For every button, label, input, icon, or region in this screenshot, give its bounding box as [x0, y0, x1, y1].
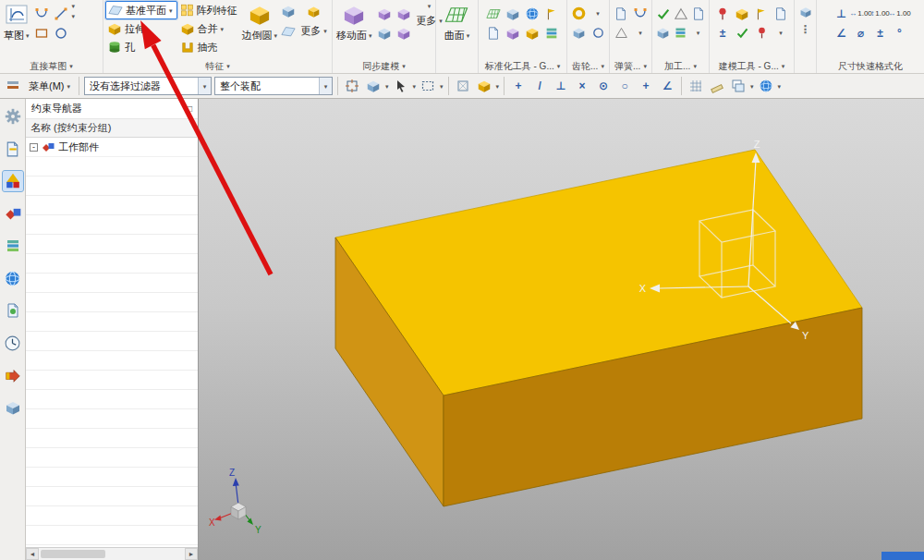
machining-tri-button[interactable] [673, 6, 689, 22]
modeling-pin-button[interactable] [714, 6, 731, 22]
group-label-spring[interactable]: 弹簧... ▾ [612, 59, 650, 73]
scrollbar-thumb[interactable] [41, 550, 105, 558]
chevron-down-icon[interactable]: ▾ [440, 83, 444, 90]
snap-enable-icon[interactable]: + [509, 77, 528, 95]
scroll-right-icon[interactable]: ► [185, 548, 198, 560]
modeling-doc-button[interactable] [772, 6, 789, 22]
gear-blank-button[interactable] [570, 6, 587, 22]
solid-body[interactable] [335, 150, 862, 506]
constraint-navigator-icon[interactable] [3, 171, 23, 191]
snap-tangent-icon[interactable]: ∠ [658, 77, 676, 95]
chevron-down-icon[interactable]: ▾ [198, 78, 211, 94]
group-label-modeling-tools[interactable]: 建模工具 - G... ▾ [711, 59, 792, 73]
group-label-feature[interactable]: 特征 ▾ [105, 59, 330, 73]
replace-face-button[interactable] [376, 25, 393, 42]
spring-doc-button[interactable] [613, 6, 629, 22]
machining-layers-button[interactable] [673, 25, 689, 42]
group-label-machining[interactable]: 加工... ▾ [654, 59, 707, 73]
more-tools-icon[interactable]: ⋮ [800, 24, 811, 35]
modeling-tolerance-button[interactable]: ± [714, 25, 731, 42]
dimension-value-button[interactable]: ↕1.00 [870, 9, 890, 18]
window-cascade-icon[interactable] [729, 77, 748, 95]
view-orient-icon[interactable] [364, 77, 383, 95]
offset-region-button[interactable] [395, 6, 412, 22]
pattern-feature-button[interactable]: 阵列特征 [178, 1, 239, 19]
assembly-navigator-icon[interactable] [3, 203, 23, 224]
chevron-down-icon[interactable]: ▾ [319, 78, 332, 94]
manufacturing-wizard-icon[interactable] [3, 397, 23, 418]
marquee-select-icon[interactable] [419, 77, 437, 95]
snap-endpoint-icon[interactable]: / [530, 77, 549, 95]
knowledge-fusion-icon[interactable] [3, 300, 23, 321]
panel-horizontal-scrollbar[interactable]: ◄ ► [26, 547, 198, 560]
graphics-window[interactable]: Z X Y Z X Y [199, 99, 924, 560]
wireframe-view-icon[interactable] [454, 77, 472, 95]
surface-button[interactable]: 曲面 ▾ [443, 1, 472, 43]
roles-icon[interactable] [3, 106, 23, 127]
modeling-flag-button[interactable] [753, 6, 770, 22]
degree-icon[interactable]: ° [892, 25, 908, 42]
spring-design-button[interactable] [632, 6, 649, 22]
std-tool-1-button[interactable] [485, 6, 502, 22]
shell-button[interactable]: 抽壳 [178, 38, 239, 56]
chevron-down-icon[interactable]: ▾ [496, 83, 500, 90]
chevron-down-icon[interactable]: ▾ [72, 13, 76, 19]
datum-plane-button[interactable]: 基准平面 ▾ [105, 1, 177, 19]
move-face-button[interactable]: 移动面 ▾ [334, 1, 374, 43]
spring-check-button[interactable] [613, 25, 629, 42]
modeling-pinred-button[interactable] [753, 25, 770, 42]
modeling-cube-button[interactable] [734, 6, 750, 22]
chevron-down-icon[interactable]: ▾ [72, 3, 76, 9]
circle-button[interactable] [53, 25, 69, 42]
collapse-icon[interactable]: - [30, 143, 38, 152]
overflow-tool-button[interactable] [797, 4, 814, 20]
std-tool-7-button[interactable] [524, 25, 541, 42]
std-tool-4-button[interactable] [543, 6, 560, 22]
extrude-button[interactable]: 拉伸 [105, 19, 177, 38]
group-label-std-tools[interactable]: 标准化工具 - G... ▾ [480, 59, 565, 73]
grid-icon[interactable] [687, 77, 705, 95]
draft-button[interactable] [306, 3, 322, 19]
scroll-left-icon[interactable]: ◄ [26, 548, 39, 560]
chevron-down-icon[interactable]: ▾ [596, 10, 600, 17]
measure-icon[interactable] [708, 77, 726, 95]
hole-button[interactable]: 孔 [105, 38, 177, 56]
unite-button[interactable]: 合并 ▾ [178, 19, 239, 38]
menu-button[interactable]: 菜单(M) ▾ [25, 77, 74, 95]
chevron-down-icon[interactable]: ▾ [779, 30, 783, 36]
rectangle-button[interactable] [33, 25, 50, 42]
std-tool-8-button[interactable] [543, 25, 560, 42]
reuse-library-icon[interactable] [3, 236, 23, 256]
chamfer-button[interactable] [280, 3, 297, 19]
web-browser-icon[interactable] [3, 268, 23, 288]
edge-blend-button[interactable]: 边倒圆 ▾ [240, 1, 280, 43]
selection-filter-dropdown[interactable]: 没有选择过滤器 ▾ [84, 77, 212, 95]
part-navigator-icon[interactable] [3, 139, 23, 159]
feature-more-button[interactable]: 更多 ▾ [298, 21, 329, 40]
snap-arc-center-icon[interactable]: ⊙ [594, 77, 613, 95]
chevron-down-icon[interactable]: ▾ [778, 83, 782, 90]
diameter-dimension-icon[interactable]: ⌀ [853, 25, 869, 42]
machining-doc-button[interactable] [690, 6, 707, 22]
dimension-value-button[interactable]: ↔1.00 [888, 9, 911, 18]
undock-panel-icon[interactable]: □ [187, 103, 192, 114]
dimension-value-button[interactable]: ↔1.00 [849, 9, 872, 18]
machining-check-button[interactable] [655, 6, 672, 22]
shaded-view-icon[interactable] [475, 77, 493, 95]
chevron-down-icon[interactable]: ▾ [638, 30, 642, 36]
chevron-down-icon[interactable]: ▾ [413, 83, 417, 90]
snap-midpoint-icon[interactable]: ⊥ [552, 77, 570, 95]
globe-icon[interactable] [757, 77, 775, 95]
gear-tool-button[interactable] [570, 25, 587, 42]
studio-spline-button[interactable] [33, 6, 50, 22]
std-tool-6-button[interactable] [505, 25, 521, 42]
panel-column-header[interactable]: 名称 (按约束分组) [26, 119, 198, 138]
group-label-gear[interactable]: 齿轮... ▾ [569, 59, 607, 73]
chevron-down-icon[interactable]: ▾ [697, 30, 700, 36]
sketch-button[interactable]: 草图 ▾ [2, 1, 31, 43]
group-label-direct-sketch[interactable]: 直接草图 ▾ [2, 59, 101, 73]
std-tool-3-button[interactable] [524, 6, 541, 22]
snap-intersection-icon[interactable]: × [573, 77, 591, 95]
group-label-dim-format[interactable]: 尺寸快速格式化 [819, 59, 922, 73]
std-tool-5-button[interactable] [485, 25, 502, 42]
